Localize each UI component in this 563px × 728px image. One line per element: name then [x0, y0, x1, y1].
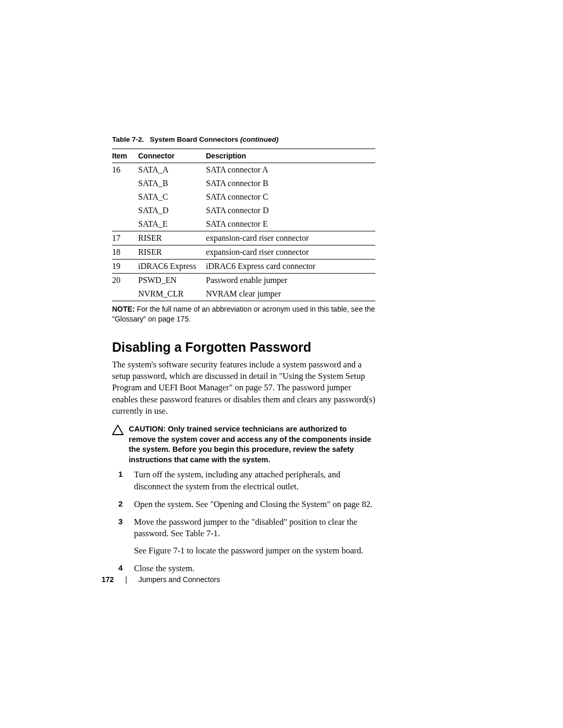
list-item: 1Turn off the system, including any atta… — [112, 469, 375, 492]
cell-item — [112, 287, 138, 301]
cell-description: expansion-card riser connector — [206, 245, 375, 260]
th-connector: Connector — [138, 149, 206, 163]
cell-item — [112, 204, 138, 217]
cell-connector: SATA_D — [138, 204, 206, 217]
step-number: 4 — [112, 563, 134, 572]
cell-description: SATA connector D — [206, 204, 375, 217]
th-item: Item — [112, 149, 138, 163]
svg-marker-0 — [113, 425, 123, 435]
table-caption: Table 7-2. System Board Connectors (cont… — [112, 135, 375, 143]
table-row: 16SATA_ASATA connector A — [112, 163, 375, 177]
caution-text-wrap: CAUTION: Only trained service technician… — [129, 424, 375, 465]
cell-description: iDRAC6 Express card connector — [206, 260, 375, 274]
cell-description: SATA connector C — [206, 190, 375, 204]
cell-item: 19 — [112, 260, 138, 274]
list-item: 3Move the password jumper to the "disabl… — [112, 516, 375, 557]
table-row: SATA_ESATA connector E — [112, 217, 375, 231]
table-row: 19iDRAC6 ExpressiDRAC6 Express card conn… — [112, 260, 375, 274]
cell-connector: SATA_E — [138, 217, 206, 231]
th-description: Description — [206, 149, 375, 163]
table-row: 17RISERexpansion-card riser connector — [112, 231, 375, 245]
cell-description: Password enable jumper — [206, 274, 375, 288]
step-paragraph: Close the system. — [134, 563, 194, 574]
footer-separator: | — [125, 575, 127, 584]
caution-block: CAUTION: Only trained service technician… — [112, 424, 375, 465]
cell-description: expansion-card riser connector — [206, 231, 375, 245]
step-body: Turn off the system, including any attac… — [134, 469, 375, 492]
cell-description: NVRAM clear jumper — [206, 287, 375, 301]
table-caption-prefix: Table 7-2. — [112, 135, 144, 143]
cell-connector: NVRM_CLR — [138, 287, 206, 301]
step-paragraph: Move the password jumper to the "disable… — [134, 516, 375, 540]
step-paragraph: See Figure 7-1 to locate the password ju… — [134, 545, 375, 557]
table-row: SATA_CSATA connector C — [112, 190, 375, 204]
cell-connector: PSWD_EN — [138, 274, 206, 288]
step-paragraph: Turn off the system, including any attac… — [134, 469, 375, 492]
footer-section: Jumpers and Connectors — [139, 575, 220, 584]
table-row: 18RISERexpansion-card riser connector — [112, 245, 375, 260]
step-paragraph: Open the system. See "Opening and Closin… — [134, 499, 373, 510]
cell-description: SATA connector A — [206, 163, 375, 177]
list-item: 2Open the system. See "Opening and Closi… — [112, 499, 375, 510]
note-label: NOTE: — [112, 305, 135, 313]
section-heading: Disabling a Forgotten Password — [112, 340, 375, 355]
step-number: 2 — [112, 499, 134, 508]
cell-connector: RISER — [138, 245, 206, 260]
step-number: 1 — [112, 469, 134, 478]
table-row: SATA_BSATA connector B — [112, 177, 375, 190]
page-number: 172 — [102, 575, 114, 584]
cell-item — [112, 177, 138, 190]
page-footer: 172 | Jumpers and Connectors — [102, 575, 220, 584]
cell-connector: SATA_A — [138, 163, 206, 177]
connectors-table: Item Connector Description 16SATA_ASATA … — [112, 149, 375, 301]
cell-connector: RISER — [138, 231, 206, 245]
cell-connector: SATA_B — [138, 177, 206, 190]
caution-icon — [112, 425, 126, 437]
steps-list: 1Turn off the system, including any atta… — [112, 469, 375, 574]
cell-item: 18 — [112, 245, 138, 260]
cell-item: 16 — [112, 163, 138, 177]
step-number: 3 — [112, 516, 134, 526]
cell-connector: iDRAC6 Express — [138, 260, 206, 274]
cell-item: 17 — [112, 231, 138, 245]
table-row: 20PSWD_ENPassword enable jumper — [112, 274, 375, 288]
table-caption-suffix: (continued) — [240, 135, 279, 143]
intro-paragraph: The system's software security features … — [112, 359, 375, 417]
cell-item — [112, 190, 138, 204]
list-item: 4Close the system. — [112, 563, 375, 574]
table-note: NOTE: For the full name of an abbreviati… — [112, 304, 375, 324]
step-body: Move the password jumper to the "disable… — [134, 516, 375, 557]
cell-item: 20 — [112, 274, 138, 288]
table-row: NVRM_CLRNVRAM clear jumper — [112, 287, 375, 301]
note-text: For the full name of an abbreviation or … — [112, 305, 375, 323]
table-row: SATA_DSATA connector D — [112, 204, 375, 217]
cell-description: SATA connector E — [206, 217, 375, 231]
table-caption-title: System Board Connectors — [150, 135, 239, 143]
cell-connector: SATA_C — [138, 190, 206, 204]
cell-item — [112, 217, 138, 231]
cell-description: SATA connector B — [206, 177, 375, 190]
step-body: Open the system. See "Opening and Closin… — [134, 499, 373, 510]
caution-label: CAUTION: — [129, 425, 166, 433]
step-body: Close the system. — [134, 563, 194, 574]
